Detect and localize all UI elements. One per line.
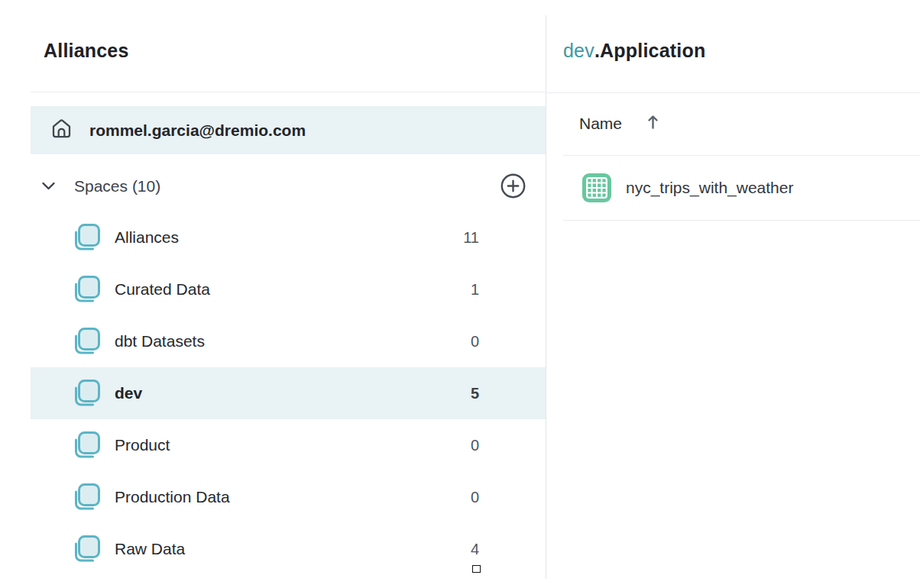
cursor-artifact: [472, 565, 481, 573]
add-space-button plus-circle-icon[interactable]: [500, 173, 526, 199]
breadcrumb-space-link[interactable]: dev: [563, 40, 594, 61]
sort-ascending-icon[interactable]: [646, 114, 659, 134]
space-row-curated-data[interactable]: Curated Data 1: [31, 263, 546, 315]
space-dataset-count: 1: [471, 281, 479, 299]
space-row-dev[interactable]: dev 5: [31, 367, 546, 419]
column-header-label: Name: [579, 115, 622, 133]
sidebar-title-divider: [31, 92, 546, 92]
space-name: Production Data: [115, 488, 230, 506]
dataset-name-label: nyc_trips_with_weather: [626, 179, 793, 197]
space-dataset-count: 11: [463, 229, 479, 247]
panel-divider: [546, 15, 546, 579]
space-row-product[interactable]: Product 0: [31, 419, 546, 471]
column-header-name[interactable]: Name: [579, 114, 659, 134]
space-icon: [73, 223, 100, 252]
home-user-item[interactable]: rommel.garcia@dremio.com: [31, 106, 546, 154]
dataset-row-divider: [563, 220, 920, 221]
space-icon: [73, 275, 100, 304]
space-name: Raw Data: [115, 540, 185, 558]
breadcrumb-current-folder: Application: [600, 40, 705, 61]
space-icon: [73, 379, 100, 408]
space-dataset-count: 5: [471, 385, 479, 402]
spaces-list: Alliances 11 Curated Data 1 dbt Datasets: [31, 212, 546, 575]
main-title-divider: [546, 92, 920, 93]
breadcrumb: dev.Application: [563, 40, 705, 62]
space-icon: [73, 327, 100, 356]
space-dataset-count: 0: [471, 489, 479, 506]
spaces-section-header: Spaces (10): [31, 160, 546, 212]
dataset-row-nyc-trips-with-weather[interactable]: nyc_trips_with_weather: [563, 156, 920, 220]
spaces-section-label: Spaces (10): [74, 177, 160, 195]
space-icon: [73, 431, 100, 460]
space-name: Product: [115, 436, 170, 454]
table-dataset-icon: [582, 173, 611, 202]
chevron-down-icon[interactable]: [40, 177, 57, 195]
space-name: Alliances: [115, 228, 179, 247]
dremio-catalog-screen: Alliances rommel.garcia@dremio.com Space…: [0, 0, 920, 588]
space-name: dev: [115, 384, 142, 402]
space-row-alliances[interactable]: Alliances 11: [31, 212, 546, 263]
space-row-dbt-datasets[interactable]: dbt Datasets 0: [31, 315, 546, 367]
sidebar-title: Alliances: [44, 40, 129, 62]
space-dataset-count: 0: [471, 437, 479, 454]
space-icon: [73, 483, 100, 512]
space-icon: [73, 535, 100, 564]
breadcrumb-separator: .: [594, 40, 600, 61]
space-name: Curated Data: [115, 280, 210, 299]
space-row-production-data[interactable]: Production Data 0: [31, 471, 546, 523]
space-row-raw-data[interactable]: Raw Data 4: [31, 523, 546, 575]
space-dataset-count: 0: [471, 333, 479, 351]
space-dataset-count: 4: [471, 541, 479, 558]
user-email-label: rommel.garcia@dremio.com: [89, 121, 306, 140]
home-icon: [50, 117, 73, 144]
space-name: dbt Datasets: [115, 332, 205, 351]
